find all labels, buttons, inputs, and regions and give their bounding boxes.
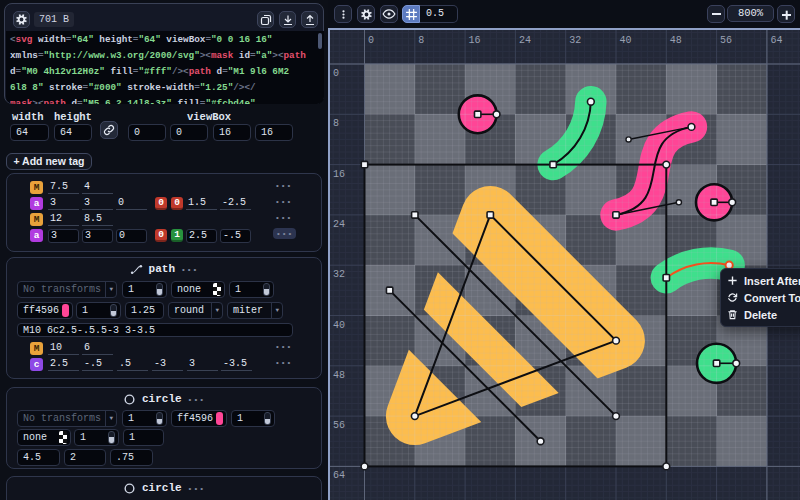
- svg-text:64: 64: [333, 470, 345, 481]
- svg-text:8: 8: [333, 118, 339, 129]
- svg-text:16: 16: [469, 35, 481, 46]
- svg-text:64: 64: [770, 35, 782, 46]
- svg-text:32: 32: [333, 269, 345, 280]
- svg-text:32: 32: [569, 35, 581, 46]
- svg-text:56: 56: [333, 420, 345, 431]
- svg-text:40: 40: [333, 320, 345, 331]
- svg-text:0: 0: [333, 68, 339, 79]
- svg-text:48: 48: [333, 370, 345, 381]
- svg-text:56: 56: [720, 35, 732, 46]
- svg-text:40: 40: [620, 35, 632, 46]
- svg-text:48: 48: [670, 35, 682, 46]
- svg-text:8: 8: [418, 35, 424, 46]
- svg-text:24: 24: [333, 219, 345, 230]
- svg-text:0: 0: [368, 35, 374, 46]
- svg-text:24: 24: [519, 35, 531, 46]
- svg-text:16: 16: [333, 169, 345, 180]
